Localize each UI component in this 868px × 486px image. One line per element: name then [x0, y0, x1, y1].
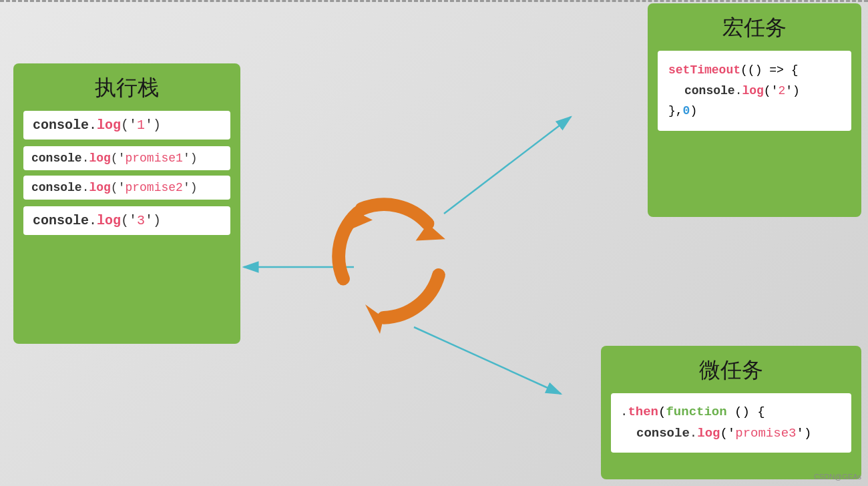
- micro-task-title: 微任务: [611, 356, 851, 385]
- macro-line-2: console.log('2'): [684, 81, 841, 101]
- macro-task-title: 宏任务: [658, 13, 851, 43]
- svg-marker-5: [365, 304, 384, 334]
- code-block-2: console.log('promise1'): [23, 146, 230, 170]
- macro-task-code: setTimeout(() => { console.log('2') },0): [658, 51, 851, 131]
- code-block-1: console.log('1'): [23, 111, 230, 140]
- micro-task-code: .then(function () { console.log('promise…: [611, 393, 851, 453]
- cycle-arrows-icon: [314, 187, 461, 334]
- top-dashed-border: [0, 0, 868, 3]
- svg-line-3: [414, 327, 561, 394]
- code-console-1: console: [33, 117, 89, 133]
- macro-task-box: 宏任务 setTimeout(() => { console.log('2') …: [648, 3, 861, 217]
- micro-task-box: 微任务 .then(function () { console.log('pro…: [601, 346, 861, 479]
- code-block-4: console.log('3'): [23, 206, 230, 235]
- macro-line-3: },0): [668, 101, 841, 121]
- micro-line-2: console.log('promise3'): [636, 423, 842, 444]
- macro-line-1: setTimeout(() => {: [668, 60, 841, 81]
- svg-line-1: [444, 117, 571, 214]
- watermark: CSDN@GEAs: [814, 473, 861, 481]
- execution-stack-title: 执行栈: [23, 73, 230, 103]
- code-block-3: console.log('promise2'): [23, 176, 230, 200]
- micro-line-1: .then(function () {: [620, 401, 842, 423]
- execution-stack-box: 执行栈 console.log('1') console.log('promis…: [13, 63, 240, 344]
